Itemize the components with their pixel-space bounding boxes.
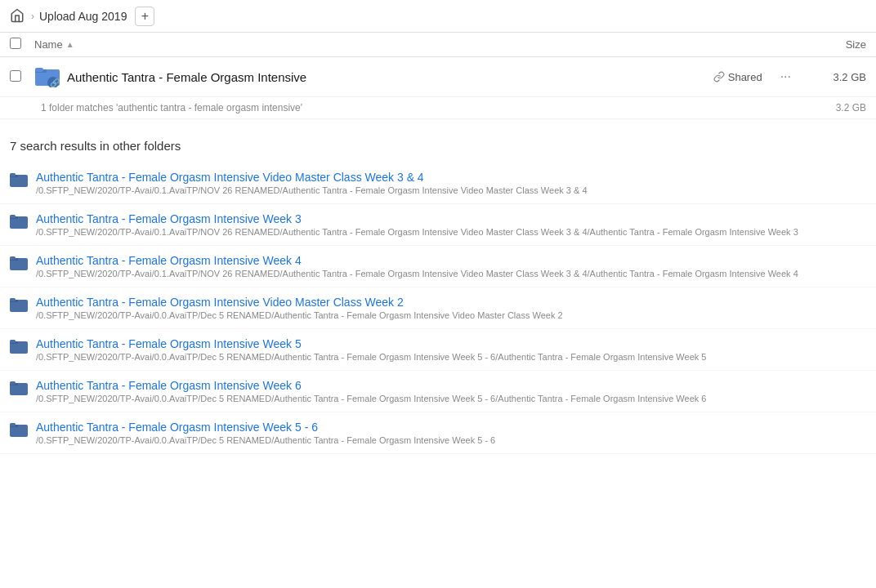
folder-icon (10, 339, 28, 358)
folder-icon (10, 214, 28, 233)
main-result-checkbox-area[interactable] (10, 70, 34, 84)
svg-text:🔗: 🔗 (50, 78, 60, 87)
folder-icon (10, 422, 28, 441)
result-path: /0.SFTP_NEW/2020/TP-Avai/0.1.AvaiTP/NOV … (36, 185, 588, 195)
folder-icon (10, 297, 28, 316)
select-all-checkbox[interactable] (10, 38, 21, 49)
result-path: /0.SFTP_NEW/2020/TP-Avai/0.0.AvaiTP/Dec … (36, 352, 706, 362)
home-icon[interactable] (10, 8, 26, 24)
result-name: Authentic Tantra - Female Orgasm Intensi… (36, 171, 588, 184)
result-item[interactable]: Authentic Tantra - Female Orgasm Intensi… (0, 163, 876, 204)
column-headers: Name ▲ Size (0, 33, 876, 57)
folder-icon (10, 172, 28, 191)
size-column-header: Size (801, 38, 866, 51)
main-result-folder-icon: 🔗 (34, 64, 60, 90)
folder-icon (10, 256, 28, 274)
svg-rect-7 (10, 173, 16, 176)
main-result-checkbox[interactable] (10, 70, 21, 82)
svg-rect-22 (10, 381, 16, 385)
result-path: /0.SFTP_NEW/2020/TP-Avai/0.1.AvaiTP/NOV … (36, 227, 798, 237)
main-result-row[interactable]: 🔗 Authentic Tantra - Female Orgasm Inten… (0, 57, 876, 97)
result-name: Authentic Tantra - Female Orgasm Intensi… (36, 296, 563, 309)
breadcrumb-arrow: › (31, 11, 34, 22)
sort-arrow-icon: ▲ (66, 40, 74, 49)
result-path: /0.SFTP_NEW/2020/TP-Avai/0.0.AvaiTP/Dec … (36, 394, 706, 403)
other-results-header: 7 search results in other folders (0, 119, 876, 163)
result-item[interactable]: Authentic Tantra - Female Orgasm Intensi… (0, 204, 876, 246)
result-path: /0.SFTP_NEW/2020/TP-Avai/0.0.AvaiTP/Dec … (36, 435, 495, 445)
add-button[interactable]: + (135, 7, 154, 26)
svg-rect-25 (10, 423, 16, 426)
header: › Upload Aug 2019 + (0, 0, 876, 33)
shared-label: Shared (728, 71, 762, 83)
result-item[interactable]: Authentic Tantra - Female Orgasm Intensi… (0, 412, 876, 454)
svg-rect-10 (10, 215, 16, 218)
select-all-checkbox-area[interactable] (10, 38, 34, 51)
result-item[interactable]: Authentic Tantra - Female Orgasm Intensi… (0, 371, 876, 412)
result-path: /0.SFTP_NEW/2020/TP-Avai/0.0.AvaiTP/Dec … (36, 310, 563, 320)
result-item[interactable]: Authentic Tantra - Female Orgasm Intensi… (0, 329, 876, 371)
match-info-size: 3.2 GB (836, 102, 866, 114)
folder-icon (10, 381, 28, 399)
main-result-name: Authentic Tantra - Female Orgasm Intensi… (67, 70, 713, 84)
match-info-text: 1 folder matches 'authentic tantra - fem… (41, 102, 302, 114)
result-name: Authentic Tantra - Female Orgasm Intensi… (36, 379, 706, 392)
result-name: Authentic Tantra - Female Orgasm Intensi… (36, 254, 798, 267)
result-item[interactable]: Authentic Tantra - Female Orgasm Intensi… (0, 246, 876, 287)
match-info-row: 1 folder matches 'authentic tantra - fem… (0, 97, 876, 119)
result-name: Authentic Tantra - Female Orgasm Intensi… (36, 337, 706, 350)
result-list: Authentic Tantra - Female Orgasm Intensi… (0, 163, 876, 454)
shared-badge: Shared (713, 71, 762, 83)
svg-rect-19 (10, 340, 16, 343)
result-name: Authentic Tantra - Female Orgasm Intensi… (36, 212, 798, 225)
more-options-button[interactable]: ··· (775, 68, 796, 86)
svg-rect-2 (35, 68, 43, 72)
result-path: /0.SFTP_NEW/2020/TP-Avai/0.1.AvaiTP/NOV … (36, 269, 798, 278)
svg-rect-13 (10, 256, 16, 260)
main-result-size: 3.2 GB (809, 71, 866, 83)
breadcrumb-title: Upload Aug 2019 (39, 10, 127, 23)
link-icon (713, 71, 725, 82)
result-name: Authentic Tantra - Female Orgasm Intensi… (36, 421, 495, 434)
svg-rect-16 (10, 298, 16, 301)
name-column-header[interactable]: Name ▲ (34, 38, 801, 51)
result-item[interactable]: Authentic Tantra - Female Orgasm Intensi… (0, 287, 876, 329)
